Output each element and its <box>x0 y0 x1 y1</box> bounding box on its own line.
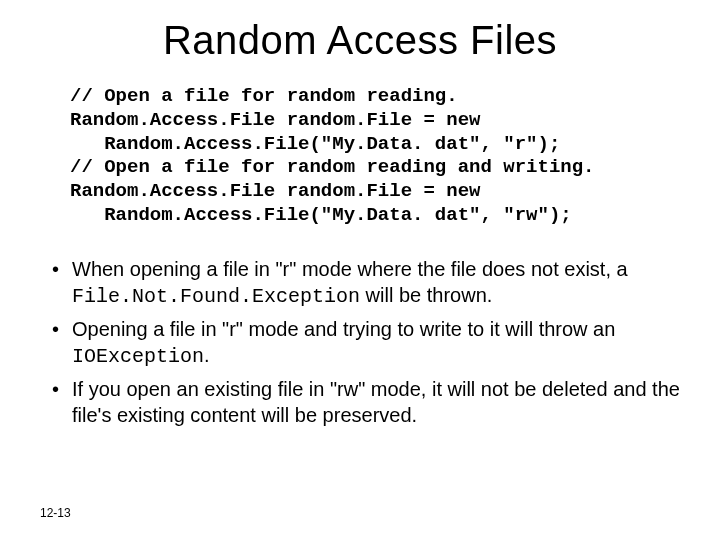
bullet-item-1: When opening a file in "r" mode where th… <box>46 256 680 310</box>
bullet-item-2: Opening a file in "r" mode and trying to… <box>46 316 680 370</box>
slide: Random Access Files // Open a file for r… <box>0 0 720 540</box>
code-line-4: // Open a file for random reading and wr… <box>70 156 595 178</box>
inline-code: File.Not.Found.Exception <box>72 285 360 308</box>
code-line-6: Random.Access.File("My.Data. dat", "rw")… <box>70 204 572 226</box>
bullet-text: When opening a file in "r" mode where th… <box>72 258 628 280</box>
code-line-2: Random.Access.File random.File = new <box>70 109 480 131</box>
code-line-5: Random.Access.File random.File = new <box>70 180 480 202</box>
slide-number: 12-13 <box>40 506 71 520</box>
code-line-1: // Open a file for random reading. <box>70 85 458 107</box>
code-line-3: Random.Access.File("My.Data. dat", "r"); <box>70 133 560 155</box>
bullet-text: Opening a file in "r" mode and trying to… <box>72 318 615 340</box>
slide-title: Random Access Files <box>40 18 680 63</box>
inline-code: IOException <box>72 345 204 368</box>
bullet-list: When opening a file in "r" mode where th… <box>46 256 680 428</box>
code-block: // Open a file for random reading. Rando… <box>70 85 680 228</box>
bullet-item-3: If you open an existing file in "rw" mod… <box>46 376 680 428</box>
bullet-text: will be thrown. <box>360 284 492 306</box>
bullet-text: If you open an existing file in "rw" mod… <box>72 378 680 426</box>
bullet-text: . <box>204 344 210 366</box>
